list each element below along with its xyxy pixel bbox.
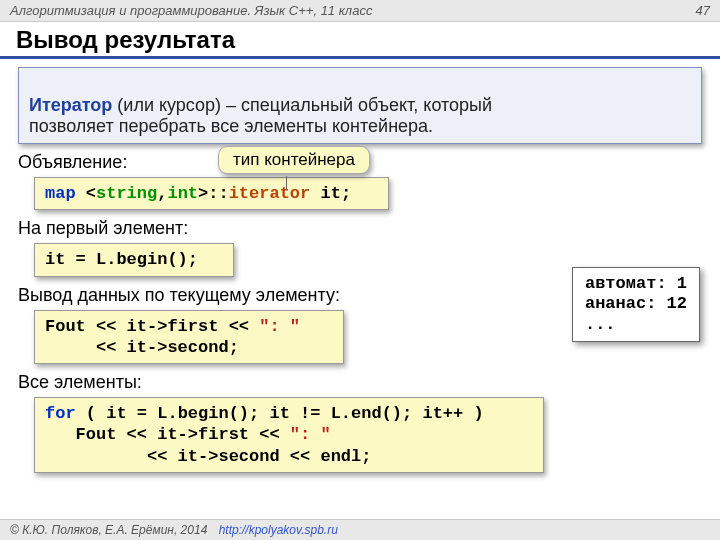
header-left: Алгоритмизация и программирование. Язык … <box>10 3 372 18</box>
code-declaration: map <string,int>::iterator it; <box>34 177 389 210</box>
label-first: На первый элемент: <box>18 218 704 239</box>
code-all: for ( it = L.begin(); it != L.end(); it+… <box>34 397 544 473</box>
label-all: Все элементы: <box>18 372 704 393</box>
header-bar: Алгоритмизация и программирование. Язык … <box>0 0 720 22</box>
content: Итератор (или курсор) – специальный объе… <box>0 59 720 473</box>
code-print: Fout << it->first << ": " << it->second; <box>34 310 344 365</box>
definition-term: Итератор <box>29 95 112 115</box>
definition-box: Итератор (или курсор) – специальный объе… <box>18 67 702 144</box>
copyright: © К.Ю. Поляков, Е.А. Ерёмин, 2014 <box>10 523 207 537</box>
callout-pointer <box>286 176 287 190</box>
code-first: it = L.begin(); <box>34 243 234 276</box>
footer: © К.Ю. Поляков, Е.А. Ерёмин, 2014 http:/… <box>0 519 720 540</box>
footer-link[interactable]: http://kpolyakov.spb.ru <box>219 523 338 537</box>
page-number: 47 <box>696 3 710 18</box>
output-box: автомат: 1 ананас: 12 ... <box>572 267 700 342</box>
slide-title: Вывод результата <box>0 22 720 59</box>
callout-container-type: тип контейнера <box>218 146 370 174</box>
